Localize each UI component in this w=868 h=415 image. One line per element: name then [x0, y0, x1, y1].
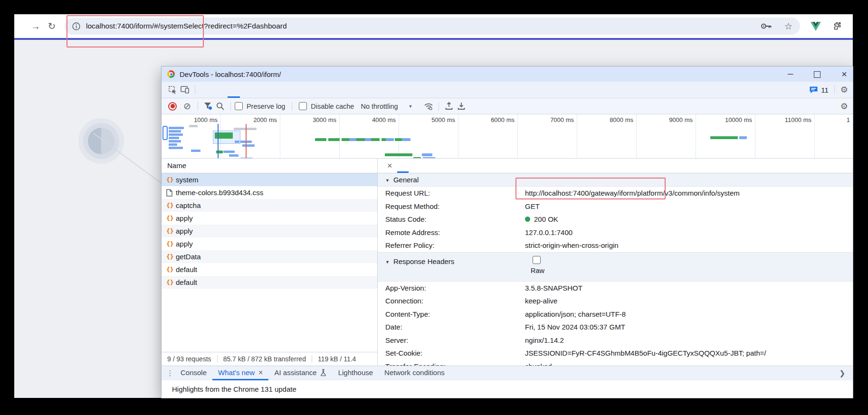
- timeline-label: 9000 ms: [637, 114, 696, 158]
- raw-headers-label[interactable]: Raw: [531, 267, 544, 274]
- drawer-tab[interactable]: Lighthouse ×: [333, 366, 379, 380]
- request-row[interactable]: {} apply: [162, 212, 377, 225]
- close-tab-icon[interactable]: ×: [258, 366, 263, 379]
- timeline-label: 4000 ms: [340, 114, 399, 158]
- disable-cache-checkbox[interactable]: [299, 102, 307, 110]
- devtools-tabbar: 11 ⚙: [162, 82, 853, 98]
- disable-cache-label[interactable]: Disable cache: [311, 103, 354, 110]
- json-request-icon: {}: [166, 279, 176, 286]
- devtools-tab[interactable]: [277, 82, 289, 98]
- spinner-trail-line: [14, 40, 176, 201]
- response-headers-section-header[interactable]: ▼Response Headers Raw: [378, 252, 853, 282]
- request-row[interactable]: {} captcha: [162, 199, 377, 212]
- chevron-down-icon: ▼: [409, 104, 413, 109]
- url-text[interactable]: localhost:7400/iform/#/systemSelect?redi…: [86, 22, 761, 30]
- devtools-tab[interactable]: [203, 82, 215, 98]
- export-har-icon[interactable]: [455, 102, 467, 110]
- status-segment: 119 kB / 11.4: [312, 355, 362, 363]
- header-kv-row: App-Version: 3.5.8-SNAPSHOT: [378, 282, 853, 295]
- device-toolbar-icon[interactable]: [179, 86, 191, 94]
- requests-name-header[interactable]: Name: [162, 159, 377, 173]
- overview-handle[interactable]: [162, 126, 168, 140]
- json-request-icon: {}: [166, 202, 176, 209]
- devtools-tab[interactable]: [240, 82, 252, 98]
- close-button[interactable]: ×: [841, 66, 847, 82]
- triangle-down-icon: ▼: [385, 178, 390, 183]
- forward-icon[interactable]: →: [28, 21, 44, 32]
- drawer-tab[interactable]: Console ×: [175, 366, 212, 380]
- request-row[interactable]: {} default: [162, 276, 377, 289]
- preserve-log-label[interactable]: Preserve log: [247, 103, 285, 110]
- request-row[interactable]: {} getData: [162, 250, 377, 263]
- raw-headers-checkbox[interactable]: [533, 256, 541, 264]
- minimize-button[interactable]: ─: [788, 66, 793, 82]
- file-icon: [166, 189, 176, 197]
- response-header-rows: App-Version: 3.5.8-SNAPSHOT Connection: …: [378, 282, 853, 366]
- detail-tab[interactable]: [431, 159, 443, 173]
- detail-tab[interactable]: [397, 159, 409, 173]
- filter-icon[interactable]: [202, 102, 214, 110]
- issues-count[interactable]: 11: [821, 86, 829, 94]
- request-details-panel: × ▼General Request URL: http://localhost…: [378, 159, 853, 366]
- request-row[interactable]: {} apply: [162, 237, 377, 250]
- devtools-tab[interactable]: [252, 82, 265, 98]
- detail-tab[interactable]: [409, 159, 420, 173]
- browser-toolbar: → ↻ localhost:7400/iform/#/systemSelect?…: [14, 14, 853, 38]
- devtools-titlebar[interactable]: DevTools - localhost:7400/iform/ ─ ×: [162, 66, 853, 82]
- request-row[interactable]: {} system: [162, 173, 377, 186]
- drawer-tabbar: ⋮ Console × What's new ×: [162, 366, 853, 380]
- drawer-tab[interactable]: Network conditions ×: [379, 366, 450, 380]
- bookmark-star-icon[interactable]: ☆: [784, 22, 792, 30]
- info-icon[interactable]: [72, 22, 80, 30]
- import-har-icon[interactable]: [443, 102, 455, 110]
- drawer-tab[interactable]: AI assistance ×: [268, 366, 332, 380]
- devtools-tab[interactable]: [265, 82, 277, 98]
- reload-icon[interactable]: ↻: [44, 20, 60, 32]
- header-kv-row: Status Code: 200 OK: [378, 213, 853, 226]
- status-segment: 9 / 93 requests: [162, 355, 217, 363]
- search-icon[interactable]: [214, 102, 227, 110]
- password-key-icon[interactable]: [761, 23, 772, 29]
- extensions-puzzle-icon[interactable]: [832, 21, 843, 31]
- json-request-icon: {}: [166, 227, 176, 235]
- header-kv-row: Server: nginx/1.14.2: [378, 334, 853, 347]
- detail-tab[interactable]: [454, 159, 466, 173]
- record-network-log-icon[interactable]: [168, 102, 177, 111]
- close-details-icon[interactable]: ×: [387, 161, 392, 171]
- triangle-down-icon: ▼: [385, 260, 390, 264]
- vue-devtools-icon[interactable]: [811, 22, 821, 31]
- request-row[interactable]: {} theme-colors.b993d434.css: [162, 186, 377, 199]
- settings-gear-icon[interactable]: ⚙: [840, 85, 848, 95]
- whats-new-content[interactable]: Highlights from the Chrome 131 update: [162, 380, 853, 398]
- request-row[interactable]: {} default: [162, 263, 377, 276]
- requests-list: {} system {} theme-colors.b993d434.css {…: [162, 173, 377, 352]
- detail-tab[interactable]: [443, 159, 454, 173]
- address-bar[interactable]: localhost:7400/iform/#/systemSelect?redi…: [65, 18, 800, 35]
- clear-network-log-icon[interactable]: ⊘: [183, 101, 191, 112]
- devtools-drawer: ⋮ Console × What's new ×: [162, 366, 853, 398]
- throttling-select[interactable]: No throttling ▼: [361, 103, 412, 110]
- chrome-logo-icon: [167, 70, 175, 78]
- inspect-element-icon[interactable]: [166, 86, 179, 94]
- timeline-label: 5000 ms: [399, 114, 458, 158]
- devtools-tab[interactable]: [215, 82, 228, 98]
- headers-content: ▼General Request URL: http://localhost:7…: [378, 173, 853, 366]
- timeline-label: 6000 ms: [458, 114, 518, 158]
- preserve-log-checkbox[interactable]: [235, 102, 243, 110]
- general-rows: Request URL: http://localhost:7400/gatew…: [378, 187, 853, 252]
- drawer-tab[interactable]: What's new ×: [212, 366, 268, 380]
- network-settings-gear-icon[interactable]: ⚙: [840, 101, 848, 112]
- timeline-label-clipped: 1: [847, 116, 850, 123]
- network-overview[interactable]: 1000 ms2000 ms3000 ms4000 ms5000 ms6000 …: [162, 114, 853, 159]
- chevron-right-icon[interactable]: ❯: [839, 369, 849, 377]
- devtools-tab[interactable]: [228, 82, 240, 98]
- header-kv-row: Remote Address: 127.0.0.1:7400: [378, 226, 853, 239]
- drawer-menu-icon[interactable]: ⋮: [165, 369, 175, 377]
- issues-icon[interactable]: [809, 86, 818, 94]
- general-section-header[interactable]: ▼General: [378, 173, 853, 187]
- detail-tab[interactable]: [420, 159, 431, 173]
- network-conditions-icon[interactable]: [422, 103, 435, 110]
- maximize-button[interactable]: [814, 71, 820, 78]
- status-segment: 85.7 kB / 872 kB transferred: [217, 355, 312, 363]
- request-row[interactable]: {} apply: [162, 225, 377, 237]
